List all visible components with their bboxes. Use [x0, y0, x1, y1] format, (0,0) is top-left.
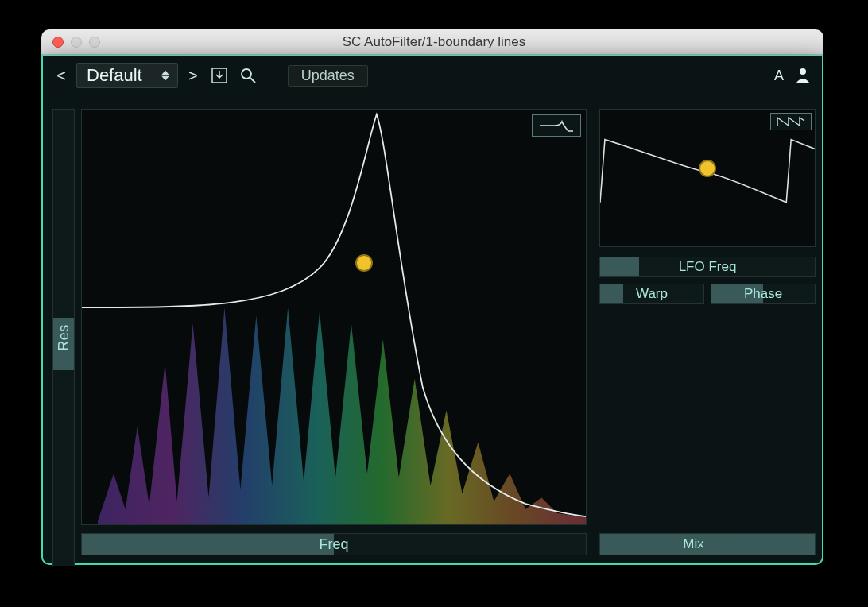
- ab-toggle[interactable]: A: [774, 68, 784, 84]
- filter-display[interactable]: [81, 109, 587, 525]
- mix-value-ghost: 5.34: [698, 536, 726, 553]
- preset-prev-button[interactable]: <: [52, 67, 70, 85]
- updates-button[interactable]: Updates: [288, 65, 368, 87]
- warp-slider[interactable]: Warp: [599, 284, 704, 304]
- lfo-freq-slider[interactable]: LFO Freq: [599, 257, 816, 277]
- phase-slider[interactable]: Phase: [711, 284, 816, 304]
- chevron-updown-icon: [161, 71, 169, 81]
- svg-point-3: [800, 68, 806, 75]
- lfo-node[interactable]: [699, 160, 716, 177]
- resonance-label: Res: [56, 324, 72, 351]
- freq-slider[interactable]: Freq: [81, 533, 587, 555]
- svg-line-2: [250, 78, 255, 83]
- minimize-window-button[interactable]: [71, 37, 82, 48]
- filter-cutoff-node[interactable]: [355, 254, 373, 272]
- lfo-display[interactable]: [599, 109, 816, 247]
- window-titlebar: SC AutoFilter/1-boundary lines: [41, 29, 823, 55]
- close-window-button[interactable]: [52, 37, 64, 48]
- lfo-freq-label: LFO Freq: [679, 259, 737, 275]
- save-down-icon[interactable]: [208, 64, 231, 87]
- svg-point-1: [242, 69, 251, 79]
- lfo-shape-saw-icon[interactable]: [770, 113, 812, 130]
- mix-slider[interactable]: Mix 5.34: [599, 533, 816, 555]
- filter-spectrum: [82, 110, 586, 524]
- preset-next-button[interactable]: >: [184, 67, 202, 85]
- freq-label: Freq: [319, 536, 348, 553]
- traffic-lights: [52, 37, 100, 48]
- search-icon[interactable]: [237, 64, 259, 87]
- account-icon[interactable]: [795, 67, 812, 84]
- toolbar: < Default > Updates A: [43, 56, 822, 95]
- preset-dropdown[interactable]: Default: [76, 63, 178, 88]
- zoom-window-button[interactable]: [89, 37, 100, 48]
- filter-shape-lowpass-icon[interactable]: [532, 114, 581, 137]
- phase-label: Phase: [744, 286, 782, 302]
- window-title: SC AutoFilter/1-boundary lines: [100, 34, 768, 50]
- warp-label: Warp: [636, 286, 668, 302]
- resonance-slider[interactable]: Res: [52, 109, 75, 566]
- plugin-body: < Default > Updates A Res: [41, 55, 823, 565]
- preset-name: Default: [87, 65, 142, 85]
